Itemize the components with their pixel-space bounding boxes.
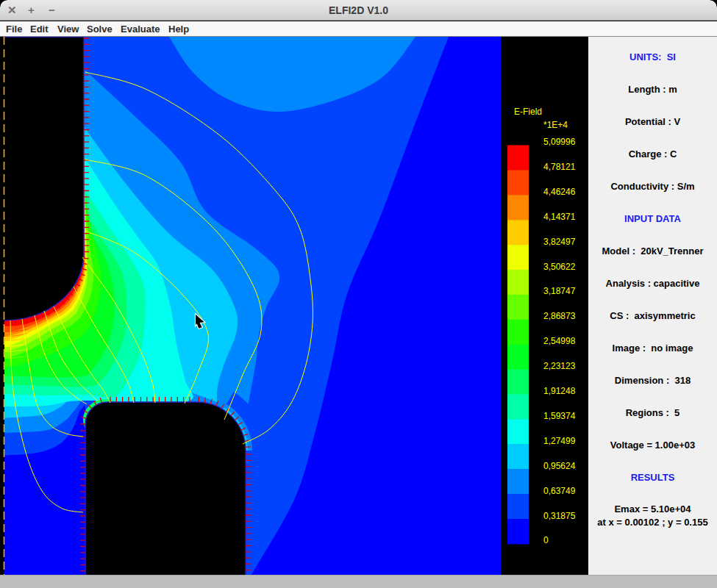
svg-text:3,82497: 3,82497: [543, 237, 576, 247]
svg-text:0,95624: 0,95624: [543, 461, 576, 471]
svg-text:5,09996: 5,09996: [543, 137, 576, 147]
svg-text:4,46246: 4,46246: [543, 187, 576, 197]
svg-text:2,86873: 2,86873: [543, 311, 576, 321]
svg-text:4,14371: 4,14371: [543, 212, 576, 222]
svg-text:4,78121: 4,78121: [543, 162, 576, 172]
svg-text:E-Field: E-Field: [514, 107, 542, 117]
svg-text:0,31875: 0,31875: [543, 511, 576, 521]
svg-text:1,27499: 1,27499: [543, 436, 576, 446]
svg-text:3,50622: 3,50622: [543, 262, 576, 272]
svg-text:0,63749: 0,63749: [543, 486, 576, 496]
svg-text:2,23123: 2,23123: [543, 361, 576, 371]
svg-text:0: 0: [543, 535, 549, 545]
svg-text:*1E+4: *1E+4: [543, 120, 568, 130]
svg-text:1,59374: 1,59374: [543, 411, 576, 421]
svg-text:1,91248: 1,91248: [543, 386, 576, 396]
svg-text:3,18747: 3,18747: [543, 286, 576, 296]
svg-text:2,54998: 2,54998: [543, 336, 576, 346]
